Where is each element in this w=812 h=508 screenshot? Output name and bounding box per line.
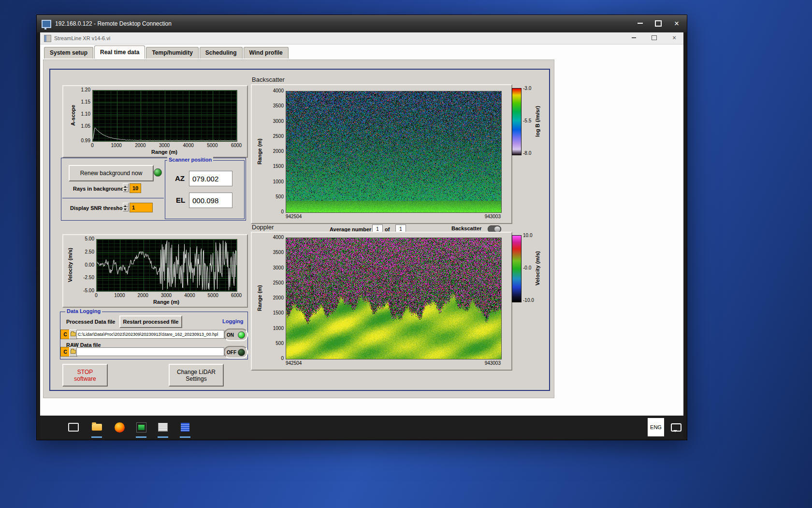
velocity-x-ticks: 0100020003000400050006000: [96, 293, 236, 299]
processed-drive-box[interactable]: C: [60, 329, 70, 339]
y-tick-label: -2.50: [83, 275, 94, 280]
minimize-icon: [638, 23, 643, 24]
off-label: OFF: [227, 350, 236, 355]
y-tick-label: 0: [281, 356, 284, 361]
firefox-button[interactable]: [110, 416, 129, 439]
az-label: AZ: [175, 174, 185, 182]
stop-software-button[interactable]: STOP software: [62, 364, 108, 387]
ascope-x-axis-label: Range (m): [92, 149, 236, 155]
document-app-icon: [181, 423, 189, 432]
snr-spinner[interactable]: [123, 203, 129, 211]
y-tick-label: 4000: [273, 89, 284, 93]
scan-scheduler-icon: [158, 423, 168, 432]
data-logging-title: Data Logging: [65, 308, 102, 314]
app-close-button[interactable]: ×: [670, 34, 679, 42]
x-tick-label: 1000: [114, 293, 125, 298]
doppler-plot-frame: Range (m) 400035003000250020001500100050…: [251, 232, 512, 371]
y-tick-label: 500: [276, 341, 284, 346]
doppler-colorbar-tick-mid: -0.0: [523, 265, 531, 270]
maximize-icon: [655, 20, 662, 27]
scan-scheduler-button[interactable]: [153, 416, 173, 439]
rays-spinner[interactable]: [123, 183, 129, 192]
y-tick-label: 4000: [273, 235, 284, 240]
change-line1: Change LiDAR: [177, 369, 216, 375]
processed-path-field[interactable]: C:\Lidar\Data\Proc\2023\202309\20230913\…: [76, 330, 224, 339]
processed-data-file-label: Processed Data file: [66, 319, 116, 325]
stop-line2: software: [74, 375, 96, 382]
firefox-icon: [115, 422, 125, 433]
tab-wind-profile[interactable]: Wind profile: [244, 47, 289, 59]
az-value-field[interactable]: 079.002: [189, 171, 232, 186]
tab-real-time-data[interactable]: Real time data: [94, 45, 145, 59]
y-tick-label: 2500: [273, 134, 284, 139]
x-tick-label: 0: [95, 293, 98, 298]
scanner-position-group: Scanner position AZ 079.002 EL 000.098: [165, 160, 245, 219]
tab-scheduling[interactable]: Scheduling: [200, 47, 243, 59]
x-tick-label: 2000: [138, 293, 148, 298]
x-tick-label: 5000: [208, 293, 218, 298]
rdp-minimize-button[interactable]: [633, 17, 647, 29]
file-explorer-icon: [92, 424, 102, 431]
minimize-icon: [632, 37, 636, 38]
tab-system-setup[interactable]: System setup: [44, 47, 93, 59]
velocity-plot-frame: Velocity (m/s) 5.002.500.00-2.50-5.00 01…: [62, 234, 248, 308]
snr-value-field[interactable]: 1: [130, 203, 153, 212]
notification-button[interactable]: [667, 416, 683, 439]
language-indicator[interactable]: ENG: [648, 418, 664, 436]
doppler-colorbar: [512, 235, 522, 302]
change-lidar-settings-button[interactable]: Change LiDAR Settings: [169, 364, 224, 387]
document-app-button[interactable]: [175, 416, 195, 439]
doppler-heatmap: [286, 238, 502, 359]
x-tick-label: 2000: [135, 143, 145, 148]
remote-desktop-icon: [42, 20, 51, 28]
raw-path-field[interactable]: [76, 347, 224, 356]
backscatter-toggle-label: Backscatter: [451, 225, 481, 231]
renew-background-button[interactable]: Renew background now: [69, 165, 154, 181]
logging-off-toggle[interactable]: OFF: [224, 346, 248, 359]
ascope-x-ticks: 0100020003000400050006000: [92, 143, 236, 149]
background-led: [154, 168, 162, 177]
scanner-position-title: Scanner position: [167, 157, 213, 163]
tab-bar: System setup Real time data Temp/humidit…: [44, 46, 290, 59]
logging-label: Logging: [221, 318, 245, 324]
backscatter-heatmap: [286, 91, 502, 213]
backscatter-colorbar-label: log B (/m/sr): [535, 88, 540, 154]
backscatter-y-axis-label: Range (m): [257, 91, 262, 212]
restart-processed-file-button[interactable]: Restart processed file: [119, 315, 182, 328]
rdp-close-button[interactable]: ×: [669, 17, 684, 29]
y-tick-label: 3500: [273, 250, 284, 255]
y-tick-label: 1500: [273, 164, 284, 169]
y-tick-label: 1.20: [81, 88, 90, 92]
tab-temp-humidity[interactable]: Temp/humidity: [146, 47, 198, 59]
app-restore-button[interactable]: [650, 34, 658, 42]
rdp-maximize-button[interactable]: [651, 17, 666, 29]
backscatter-plot-frame: Range (m) 400035003000250020001500100050…: [251, 84, 512, 224]
el-value-field[interactable]: 000.098: [189, 193, 232, 208]
y-tick-label: 1.05: [81, 124, 90, 129]
task-view-button[interactable]: [64, 416, 83, 439]
y-tick-label: 3000: [273, 266, 284, 270]
ascope-plot-frame: A-scope 1.201.151.101.050.99 01000200030…: [62, 85, 248, 158]
logging-on-toggle[interactable]: ON: [224, 329, 248, 341]
raw-drive-box[interactable]: C: [60, 347, 70, 357]
x-tick-label: 3000: [159, 143, 170, 148]
doppler-colorbar-tick-max: 10.0: [523, 233, 532, 238]
content-panel: A-scope 1.201.151.101.050.99 01000200030…: [49, 69, 550, 391]
ascope-line-plot: [92, 90, 237, 142]
doppler-y-axis-label: Range (m): [257, 238, 262, 359]
backscatter-section-title: Backscatter: [252, 76, 285, 83]
image-app-icon: [136, 422, 146, 433]
backscatter-x-end-label: 943003: [485, 214, 501, 219]
rays-value-field[interactable]: 10: [130, 183, 141, 193]
x-tick-label: 6000: [231, 143, 242, 148]
image-app-button[interactable]: [131, 416, 151, 439]
y-tick-label: 2500: [273, 281, 284, 285]
doppler-colorbar-label: Velocity (m/s): [535, 235, 540, 301]
backscatter-colorbar: [512, 88, 522, 155]
velocity-y-ticks: 5.002.500.00-2.50-5.00: [72, 239, 94, 291]
el-label: EL: [176, 196, 185, 204]
app-minimize-button[interactable]: [629, 34, 638, 42]
y-tick-label: 0.00: [85, 263, 94, 268]
file-explorer-button[interactable]: [87, 416, 106, 439]
folder-icon: [71, 350, 76, 354]
